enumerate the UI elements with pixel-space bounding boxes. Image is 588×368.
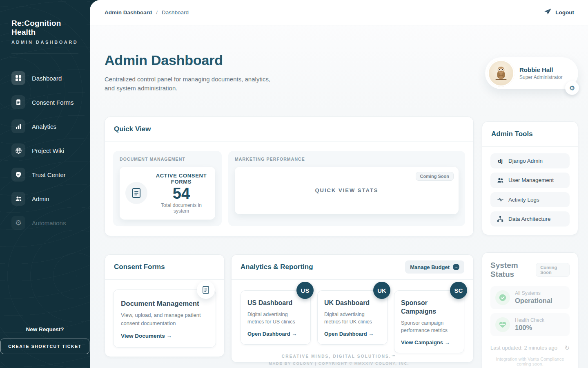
card-description: Digital advertising metrics for US clini… xyxy=(247,311,304,325)
sidebar-item-label: Consent Forms xyxy=(32,99,74,106)
status-label: Health Check xyxy=(515,317,544,323)
view-campaigns-link[interactable]: View Campaigns → xyxy=(401,339,457,346)
uk-dashboard-card[interactable]: UK UK Dashboard Digital advertising metr… xyxy=(317,290,388,345)
profile-card: Robbie Hall Super Administrator ⚙ xyxy=(485,57,578,89)
sidebar-item-label: Dashboard xyxy=(32,75,62,82)
grid-icon xyxy=(11,71,25,85)
sidebar-item-admin[interactable]: Admin xyxy=(11,192,78,206)
sidebar-item-label: Admin xyxy=(32,195,49,202)
main-content: Admin Dashboard / Dashboard Logout Admin… xyxy=(90,0,588,368)
breadcrumb-current: Dashboard xyxy=(162,9,189,16)
sidebar-item-consent-forms[interactable]: Consent Forms xyxy=(11,95,78,109)
footer-copyright: MADE BY COLONY | COPYRIGHT © MMXXIV COLO… xyxy=(90,361,588,366)
stat-content: ACTIVE CONSENT FORMS 54 Total documents … xyxy=(153,173,209,214)
breadcrumb-root[interactable]: Admin Dashboard xyxy=(105,9,152,16)
marketing-performance-panel: MARKETING PERFORMANCE Coming Soon QUICK … xyxy=(228,151,465,227)
tool-label: Django Admin xyxy=(508,158,543,164)
stat-title: ACTIVE CONSENT FORMS xyxy=(153,173,209,185)
sidebar-item-trust-center[interactable]: Trust Center xyxy=(11,168,78,182)
tool-label: Data Architecture xyxy=(508,216,551,222)
users-icon xyxy=(496,177,504,184)
users-icon xyxy=(11,192,25,206)
status-value: Operational xyxy=(515,297,552,305)
card-description: Digital advertising metrics for UK clini… xyxy=(324,311,381,325)
card-description: View, upload, and manage patient consent… xyxy=(121,311,208,327)
document-icon xyxy=(197,281,215,299)
last-updated-text: Last updated: 2 minutes ago xyxy=(490,345,557,351)
open-dashboard-link[interactable]: Open Dashboard → xyxy=(324,331,381,337)
panel-label: MARKETING PERFORMANCE xyxy=(235,157,459,162)
sidebar-item-label: Automations xyxy=(32,220,66,227)
quick-view-stats-card: Coming Soon QUICK VIEW STATS xyxy=(235,167,459,214)
tool-django-admin[interactable]: dj Django Admin xyxy=(490,153,570,168)
section-title: Quick View xyxy=(114,125,151,133)
arrow-circle-icon: → xyxy=(453,264,459,270)
tool-activity-logs[interactable]: Activity Logs xyxy=(490,192,570,207)
health-check-row: Health Check 100% xyxy=(490,313,570,336)
refresh-icon[interactable]: ↻ xyxy=(564,344,570,352)
logout-button[interactable]: Logout xyxy=(544,8,574,17)
document-icon xyxy=(125,182,147,204)
card-title: US Dashboard xyxy=(247,299,304,307)
sidebar-footer: New Request? CREATE SHORTCUT TICKET xyxy=(0,326,90,354)
owl-illustration xyxy=(492,65,510,82)
left-column: Quick View DOCUMENT MANAGEMENT ACTIVE CO… xyxy=(105,117,474,363)
brand-title: Re:Cognition Health xyxy=(11,19,78,37)
status-rows: All Systems Operational Health Check 100… xyxy=(490,286,570,336)
document-management-card[interactable]: Document Management View, upload, and ma… xyxy=(113,289,216,348)
active-consent-forms-card: ACTIVE CONSENT FORMS 54 Total documents … xyxy=(120,167,215,220)
sidebar-item-label: Analytics xyxy=(32,123,56,130)
status-text: All Systems Operational xyxy=(515,290,552,305)
tool-label: Activity Logs xyxy=(508,197,539,203)
django-icon: dj xyxy=(496,158,504,164)
card-title: UK Dashboard xyxy=(324,299,381,307)
sidebar-nav: Dashboard Consent Forms Analytics Projec… xyxy=(0,71,90,230)
sponsor-campaigns-card[interactable]: SC Sponsor Campaigns Sponsor campaign pe… xyxy=(394,290,464,353)
tool-data-architecture[interactable]: Data Architecture xyxy=(490,211,570,227)
breadcrumb-separator: / xyxy=(156,9,158,16)
us-dashboard-card[interactable]: US US Dashboard Digital advertising metr… xyxy=(241,290,311,345)
sidebar-item-dashboard[interactable]: Dashboard xyxy=(11,71,78,85)
shield-check-icon xyxy=(11,168,25,182)
sidebar-item-project-wiki[interactable]: Project Wiki xyxy=(11,144,78,157)
admin-tools-section: Admin Tools dj Django Admin User Managem… xyxy=(482,121,578,235)
sc-badge: SC xyxy=(450,282,467,299)
manage-budget-button[interactable]: Manage Budget → xyxy=(405,260,464,274)
analytics-reporting-section: Analytics & Reporting Manage Budget → US… xyxy=(231,254,474,363)
system-status-header: System Status Coming Soon xyxy=(490,261,570,279)
uk-badge: UK xyxy=(373,282,390,299)
consent-forms-body: Document Management View, upload, and ma… xyxy=(105,280,224,357)
sidebar-item-analytics[interactable]: Analytics xyxy=(11,119,78,133)
consent-forms-header: Consent Forms xyxy=(105,255,224,280)
quick-view-stats-placeholder: QUICK VIEW STATS xyxy=(315,187,378,193)
admin-tools-header: Admin Tools xyxy=(482,122,578,147)
quick-view-section: Quick View DOCUMENT MANAGEMENT ACTIVE CO… xyxy=(105,117,474,237)
sidebar: Re:Cognition Health ADMIN DASHBOARD Dash… xyxy=(0,0,90,368)
sidebar-item-label: Trust Center xyxy=(32,171,66,178)
open-dashboard-link[interactable]: Open Dashboard → xyxy=(247,331,304,337)
bottom-row: Consent Forms Document Management View, … xyxy=(105,254,474,363)
create-shortcut-ticket-button[interactable]: CREATE SHORTCUT TICKET xyxy=(0,339,89,354)
document-icon xyxy=(11,95,25,109)
brand-subtitle: ADMIN DASHBOARD xyxy=(11,40,78,45)
settings-gear-button[interactable]: ⚙ xyxy=(565,81,579,95)
topbar: Admin Dashboard / Dashboard Logout xyxy=(90,0,588,25)
tool-user-management[interactable]: User Management xyxy=(490,173,570,188)
bar-chart-icon xyxy=(11,119,25,133)
footer-tagline: CREATIVE MINDS, DIGITAL SOLUTIONS.™ xyxy=(90,354,588,359)
us-badge: US xyxy=(296,282,314,299)
activity-icon xyxy=(496,197,504,202)
right-rail: Admin Tools dj Django Admin User Managem… xyxy=(482,121,578,368)
status-label: All Systems xyxy=(515,290,552,296)
logout-label: Logout xyxy=(555,9,574,16)
analytics-header: Analytics & Reporting Manage Budget → xyxy=(232,255,473,280)
view-documents-link[interactable]: View Documents → xyxy=(121,333,208,339)
heart-pulse-icon xyxy=(495,317,510,332)
all-systems-row: All Systems Operational xyxy=(490,286,570,309)
manage-budget-label: Manage Budget xyxy=(410,264,450,270)
quick-view-body: DOCUMENT MANAGEMENT ACTIVE CONSENT FORMS… xyxy=(105,142,473,236)
content-grid: Quick View DOCUMENT MANAGEMENT ACTIVE CO… xyxy=(90,93,588,368)
new-request-label: New Request? xyxy=(0,326,90,332)
sidebar-item-automations[interactable]: ⚙ Automations xyxy=(11,216,78,230)
profile-role: Super Administrator xyxy=(519,74,562,80)
